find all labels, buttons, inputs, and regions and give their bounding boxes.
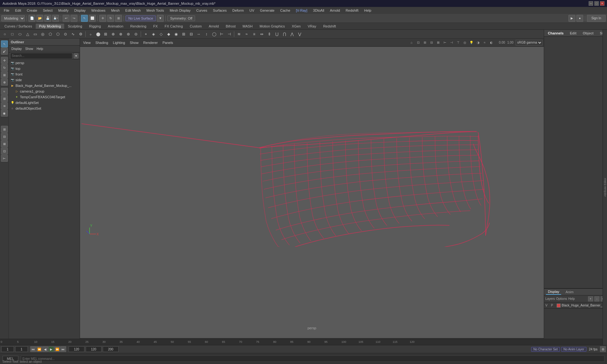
play-back-btn[interactable]: ◀: [42, 346, 48, 352]
reduce-btn[interactable]: ⊣: [226, 31, 233, 38]
menu-mesh-display[interactable]: Mesh Display: [167, 8, 193, 13]
close-button[interactable]: ✕: [600, 1, 604, 6]
select-tool[interactable]: ↖: [1, 40, 8, 47]
help-layers-btn[interactable]: Help: [568, 297, 575, 300]
play-fwd-btn[interactable]: ▶: [48, 346, 54, 352]
attribute-editor-strip[interactable]: Attribute Editor: [603, 30, 607, 345]
save-as-btn[interactable]: 💾+: [52, 15, 59, 22]
tab-sculpting[interactable]: Sculpting: [65, 24, 85, 29]
options-btn[interactable]: Options: [556, 297, 567, 300]
bridge-btn[interactable]: ⬤: [95, 31, 101, 38]
menu-help[interactable]: Help: [362, 8, 374, 13]
vp-detail-level[interactable]: ⊤: [455, 39, 461, 46]
search-options-btn[interactable]: ▼: [74, 53, 78, 58]
helix-btn[interactable]: ∿: [70, 31, 77, 38]
vp-dof[interactable]: ◐: [488, 39, 494, 46]
no-character-set-btn[interactable]: No Character Set: [531, 347, 560, 352]
retopo-btn[interactable]: ≈: [243, 31, 250, 38]
edit-tab[interactable]: Edit: [568, 31, 579, 36]
separate-btn[interactable]: ⋀: [289, 31, 296, 38]
no-live-surface-btn[interactable]: No Live Surface: [126, 15, 156, 21]
vp-textured[interactable]: ⊢: [442, 39, 448, 46]
menu-redshift[interactable]: Redshift: [343, 8, 361, 13]
max-frames-input[interactable]: [103, 346, 119, 352]
lattice[interactable]: ⊞: [1, 95, 8, 102]
flip-btn[interactable]: ↔: [195, 31, 202, 38]
bevel-btn[interactable]: ⬦: [87, 31, 94, 38]
sign-in-btn[interactable]: Sign In: [587, 15, 606, 22]
viewport-3d-area[interactable]: persp X Y: [80, 47, 544, 338]
vp-menu-lighting[interactable]: Lighting: [111, 40, 127, 45]
merge-btn[interactable]: ⊕: [110, 31, 117, 38]
outliner-item-black-huge[interactable]: ▶ Black_Huge_Aerial_Banner_Mockup_...: [9, 83, 80, 88]
sets-editor[interactable]: ⊡: [1, 148, 8, 155]
undo-btn[interactable]: ↩: [63, 15, 70, 22]
display-tab[interactable]: Display: [546, 289, 561, 295]
layer-remove-btn[interactable]: -: [594, 296, 599, 301]
outliner-item-side[interactable]: 📷 side: [9, 77, 80, 83]
bool-btn[interactable]: ⋃: [273, 31, 280, 38]
pipe-btn[interactable]: ⊙: [62, 31, 69, 38]
move-tool[interactable]: ✛: [1, 57, 8, 64]
symmetry-btn[interactable]: Symmetry: Off: [167, 15, 195, 21]
spin-btn[interactable]: ↕: [203, 31, 210, 38]
menu-windows[interactable]: Windows: [89, 8, 108, 13]
anim-tab[interactable]: Anim: [564, 289, 575, 294]
prev-frame-btn[interactable]: ⏪: [36, 346, 42, 352]
menu-edit-mesh[interactable]: Edit Mesh: [123, 8, 143, 13]
seq-editor[interactable]: ⊢: [1, 155, 8, 162]
vp-cam-home[interactable]: ⌂: [408, 39, 415, 46]
extend-btn[interactable]: ⊢: [218, 31, 225, 38]
outliner-search-input[interactable]: [10, 53, 72, 59]
crease-btn[interactable]: ◉: [173, 31, 180, 38]
pyramid-btn[interactable]: ⬡: [54, 31, 61, 38]
vp-xray[interactable]: ⊣: [448, 39, 455, 46]
torus-btn[interactable]: ◎: [39, 31, 46, 38]
wedge-btn[interactable]: ⊝: [132, 31, 139, 38]
matrix-editor[interactable]: ⊠: [1, 140, 8, 147]
mirror-btn[interactable]: ⇔: [258, 31, 265, 38]
tab-bifrost[interactable]: Bifrost: [223, 24, 239, 29]
vp-menu-panels[interactable]: Panels: [161, 40, 175, 45]
next-frame-btn[interactable]: ⏩: [54, 346, 60, 352]
menu-vray-bracket[interactable]: [V-Ray]: [293, 8, 310, 13]
jump-start-btn[interactable]: ⏮: [30, 346, 36, 352]
tab-vray[interactable]: VRay: [304, 24, 319, 29]
cylinder-btn[interactable]: ⬭: [16, 31, 23, 38]
select-tool-btn[interactable]: ↖: [81, 15, 88, 22]
outliner-item-persp[interactable]: 📷 persp: [9, 60, 80, 66]
rotate-tool[interactable]: ↻: [1, 64, 8, 71]
vp-gate[interactable]: ⊡: [415, 39, 421, 46]
layer-add-btn[interactable]: +: [588, 296, 593, 301]
menu-cache[interactable]: Cache: [278, 8, 293, 13]
detach-btn[interactable]: ◇: [157, 31, 164, 38]
vp-menu-show[interactable]: Show: [128, 40, 141, 45]
maximize-button[interactable]: □: [594, 1, 599, 6]
tab-fx-caching[interactable]: FX Caching: [162, 24, 186, 29]
tab-poly-modeling[interactable]: Poly Modeling: [36, 24, 64, 29]
outliner-item-camera-group[interactable]: ▷ camera1_group: [9, 88, 80, 94]
cube-btn[interactable]: □: [9, 31, 16, 38]
jump-end-btn[interactable]: ⏭: [60, 346, 66, 352]
menu-arnold[interactable]: Arnold: [328, 8, 343, 13]
lasso-btn[interactable]: ⬜: [89, 15, 96, 22]
scale-btn[interactable]: ⊞: [115, 15, 122, 22]
open-btn[interactable]: 📂: [36, 15, 43, 22]
tab-mash[interactable]: MASH: [239, 24, 256, 29]
offset-edge-btn[interactable]: ⊟: [188, 31, 195, 38]
object-tab[interactable]: Object: [581, 31, 595, 36]
connect-btn[interactable]: ⌖: [142, 31, 149, 38]
current-frame-input[interactable]: [15, 346, 28, 352]
gamma-select[interactable]: sRGB gamma: [516, 40, 543, 46]
tab-motion-graphics[interactable]: Motion Graphics: [256, 24, 288, 29]
tab-rigging[interactable]: Rigging: [86, 24, 104, 29]
vp-shaded[interactable]: ⊠: [435, 39, 441, 46]
minimize-button[interactable]: ─: [589, 1, 593, 6]
frame-range-end-input[interactable]: [69, 346, 84, 352]
new-scene-btn[interactable]: 📄: [28, 15, 35, 22]
component-editor[interactable]: ⊞: [1, 126, 8, 133]
poke-btn[interactable]: ⊛: [125, 31, 132, 38]
paint-select-tool[interactable]: 🖌: [1, 48, 8, 55]
menu-mesh[interactable]: Mesh: [108, 8, 122, 13]
timeline-ticks[interactable]: 0 5 10 15 20 25 30 35 40 45 50 55 60 65 …: [0, 339, 607, 345]
